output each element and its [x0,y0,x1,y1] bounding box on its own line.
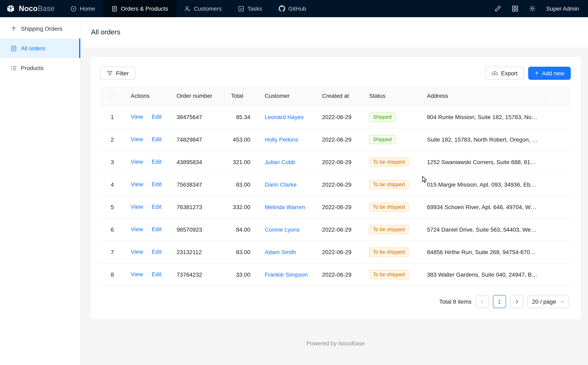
edit-link[interactable]: Edit [152,113,161,120]
nav-item-github[interactable]: GitHub [270,0,314,17]
nav-item-customers[interactable]: Customers [176,0,230,17]
select-all-checkbox[interactable] [109,93,116,99]
user-menu[interactable]: Super Admin [546,5,579,12]
nav-item-orders-products[interactable]: Orders & Products [103,0,176,17]
filter-button[interactable]: Filter [100,67,135,80]
created-at-cell: 2022-06-29 [316,263,363,286]
view-link[interactable]: View [131,249,143,255]
customer-cell: Adam Smith [258,241,316,263]
action-divider [147,204,147,210]
nocobase-logo-icon [6,4,15,14]
customer-link[interactable]: Connie Lyons [265,226,299,233]
row-index: 4 [100,173,124,196]
table-row[interactable]: 6 ViewEdit 98570923 84.00 Connie Lyons 2… [100,218,571,241]
customer-cell: Frankie Simpson [258,263,316,286]
nav-item-tasks[interactable]: Tasks [230,0,270,17]
edit-link[interactable]: Edit [152,271,161,278]
page-size-value: 20 / page [532,298,556,305]
apps-grid-icon[interactable] [512,5,518,12]
total-cell: 33.00 [225,263,258,286]
nav-label: GitHub [288,5,306,12]
edit-link[interactable]: Edit [152,159,161,165]
edit-link[interactable]: Edit [152,204,161,210]
view-link[interactable]: View [131,136,143,143]
table-row[interactable]: 8 ViewEdit 73764232 33.00 Frankie Simpso… [100,263,571,286]
sidebar: Shipping Orders All orders Products [0,17,81,365]
total-cell: 453.00 [225,128,258,151]
view-link[interactable]: View [131,204,143,210]
prev-page-button[interactable] [476,295,489,308]
customer-link[interactable]: Frankie Simpson [265,271,308,278]
order-number-cell: 74829847 [170,128,225,151]
export-button[interactable]: Export [485,67,524,80]
view-link[interactable]: View [131,271,143,278]
view-link[interactable]: View [131,181,143,188]
edit-link[interactable]: Edit [152,249,161,255]
status-badge: To be shipped [369,202,408,211]
nav-item-home[interactable]: Home [62,0,103,17]
column-header-order-number: Order number [170,86,225,105]
spacer-cell [544,263,571,286]
spacer-cell [544,241,571,263]
action-divider [147,114,147,120]
edit-link[interactable]: Edit [152,226,161,233]
customer-link[interactable]: Darin Clarke [265,181,297,188]
table-row[interactable]: 7 ViewEdit 23132112 83.00 Adam Smith 202… [100,241,571,263]
total-cell: 84.00 [225,218,258,241]
table-row[interactable]: 2 ViewEdit 74829847 453.00 Holly Perkins… [100,128,571,151]
row-index: 3 [100,151,124,173]
status-cell: To be shipped [363,218,421,241]
brand-name: NocoBase [19,4,55,13]
page-size-select[interactable]: 20 / page [527,295,569,308]
status-cell: To be shipped [363,151,421,173]
table-row[interactable]: 4 ViewEdit 75638347 83.00 Darin Clarke 2… [100,173,571,196]
table-row[interactable]: 1 ViewEdit 38475647 85.34 Leonard Hayes … [100,105,571,128]
customer-link[interactable]: Julian Cobb [265,159,295,165]
spacer-cell [544,105,571,128]
address-cell: 5724 Daniel Drive, Suite 563, 54403, Wen… [421,218,544,241]
select-all-header [100,86,124,105]
row-index: 2 [100,128,124,151]
actions-cell: ViewEdit [124,218,170,241]
status-badge: To be shipped [369,225,408,234]
edit-link[interactable]: Edit [152,181,161,188]
edit-link[interactable]: Edit [152,136,161,143]
sidebar-item-products[interactable]: Products [0,58,80,78]
row-index: 5 [100,196,124,218]
next-page-button[interactable] [510,295,523,308]
view-link[interactable]: View [131,226,143,233]
order-file-icon [11,45,17,51]
actions-cell: ViewEdit [124,263,170,286]
arrow-up-icon [11,26,17,32]
page-number-button[interactable]: 1 [493,295,506,308]
page-header: All orders [81,17,588,48]
view-link[interactable]: View [131,159,143,165]
row-index: 1 [100,105,124,128]
status-badge: To be shipped [369,180,408,189]
customer-link[interactable]: Holly Perkins [265,136,298,143]
gear-icon[interactable] [529,5,536,12]
nav-label: Customers [194,5,221,12]
tasks-icon [238,6,244,12]
order-number-cell: 76381273 [170,196,225,218]
customer-link[interactable]: Adam Smith [265,249,296,255]
customer-link[interactable]: Melinda Warren [265,204,305,210]
actions-cell: ViewEdit [124,196,170,218]
view-link[interactable]: View [131,113,143,120]
add-new-button[interactable]: + Add new [528,67,571,80]
table-row[interactable]: 3 ViewEdit 43895834 321.00 Julian Cobb 2… [100,151,571,173]
top-nav-menu: Home Orders & Products Customers Tasks [62,0,314,17]
address-cell: 84856 Hirthe Run, Suite 268, 94754-6705,… [421,241,544,263]
nocobase-logo[interactable]: NocoBase [0,0,62,17]
content-area: Filter Export + Add new [81,48,588,365]
sidebar-item-all-orders[interactable]: All orders [0,38,80,58]
customer-link[interactable]: Leonard Hayes [265,113,304,120]
table-row[interactable]: 5 ViewEdit 76381273 332.00 Melinda Warre… [100,196,571,218]
table-toolbar: Filter Export + Add new [100,67,571,80]
created-at-cell: 2022-06-29 [316,241,363,263]
nav-label: Home [80,5,95,12]
total-cell: 332.00 [225,196,258,218]
pen-icon[interactable] [494,5,501,12]
sidebar-item-shipping-orders[interactable]: Shipping Orders [0,19,80,38]
column-header-created-at: Created at [316,86,363,105]
